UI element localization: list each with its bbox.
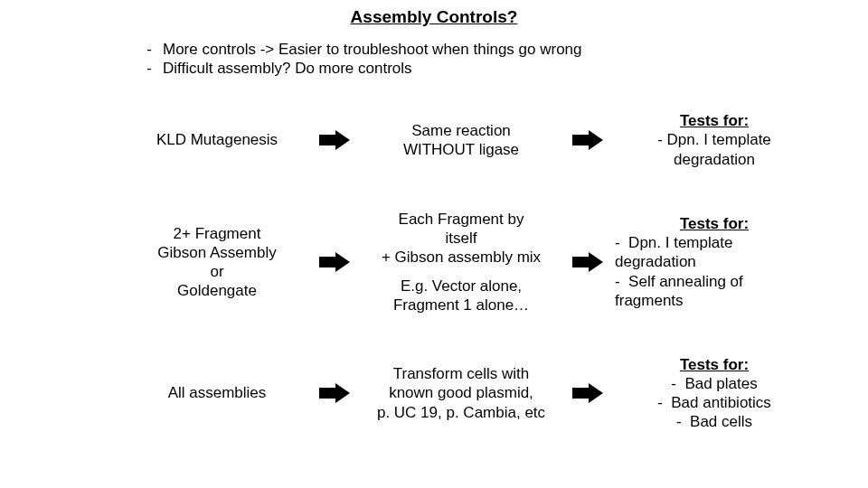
diagram-row: All assemblies Transform cells with know… (127, 334, 814, 452)
text-line: Gibson Assembly (127, 243, 307, 262)
slide-title: Assembly Controls? (0, 7, 868, 27)
svg-marker-2 (319, 252, 350, 272)
text-line: itself (362, 229, 561, 248)
spacer (362, 267, 561, 277)
arrow-right-icon (319, 130, 350, 150)
text-line: degradation (615, 150, 814, 169)
svg-marker-0 (319, 130, 350, 150)
text-line: Each Fragment by (362, 210, 561, 229)
text-line: E.g. Vector alone, (362, 277, 561, 296)
tests-item: - Dpn. I template degradation (615, 233, 814, 272)
arrow-cell (561, 130, 615, 150)
text-line: Fragment 1 alone… (362, 296, 561, 314)
arrow-cell (307, 383, 362, 403)
text-line: or (127, 262, 307, 281)
bullet-dash: - (136, 40, 163, 59)
svg-marker-5 (572, 383, 603, 403)
tests-item: - Bad plates (615, 374, 814, 393)
tests-list: - Dpn. I template degradation - Self ann… (615, 233, 814, 310)
svg-marker-4 (319, 383, 350, 403)
text-line: + Gibson assembly mix (362, 248, 561, 267)
diagram-row: KLD Mutagenesis Same reaction WITHOUT li… (127, 90, 814, 190)
tests-item: - Bad antibiotics (615, 393, 814, 412)
row2-tests: Tests for: - Dpn. I template degradation… (615, 214, 814, 310)
tests-heading: Tests for: (615, 355, 814, 374)
arrow-cell (307, 130, 362, 150)
row1-control: Same reaction WITHOUT ligase (362, 121, 561, 160)
tests-item-text: Self annealing of fragments (615, 273, 743, 309)
bullet-text: Difficult assembly? Do more controls (163, 59, 412, 78)
text-line: 2+ Fragment (127, 224, 307, 243)
arrow-right-icon (572, 252, 603, 272)
bullet-text: More controls -> Easier to troubleshoot … (163, 40, 582, 59)
tests-item: - Self annealing of fragments (615, 272, 814, 311)
row1-source: KLD Mutagenesis (127, 131, 307, 149)
tests-heading: Tests for: (615, 111, 814, 130)
arrow-right-icon (319, 252, 350, 272)
arrow-right-icon (572, 130, 603, 150)
row1-tests: Tests for: - Dpn. I template degradation (615, 111, 814, 169)
text-line: Same reaction (362, 121, 561, 140)
tests-item-text: Bad antibiotics (671, 394, 771, 411)
bullet-item: - More controls -> Easier to troubleshoo… (136, 40, 823, 59)
row3-tests: Tests for: - Bad plates - Bad antibiotic… (615, 355, 814, 432)
tests-item-text: Bad plates (684, 375, 757, 392)
row2-control: Each Fragment by itself + Gibson assembl… (362, 210, 561, 314)
arrow-cell (307, 252, 362, 272)
bullet-item: - Difficult assembly? Do more controls (136, 59, 823, 78)
row3-source: All assemblies (127, 384, 307, 402)
tests-item-text: Dpn. I template degradation (615, 234, 732, 270)
text-line: - Dpn. I template (615, 130, 814, 149)
bullet-dash: - (136, 59, 163, 78)
arrow-right-icon (572, 383, 603, 403)
tests-item-text: Bad cells (690, 413, 752, 430)
row3-control: Transform cells with known good plasmid,… (362, 364, 561, 422)
diagram-row: 2+ Fragment Gibson Assembly or Goldengat… (127, 190, 814, 334)
arrow-cell (561, 252, 615, 272)
tests-item: - Bad cells (615, 412, 814, 431)
text-line: Goldengate (127, 281, 307, 300)
row2-source: 2+ Fragment Gibson Assembly or Goldengat… (127, 224, 307, 301)
diagram-grid: KLD Mutagenesis Same reaction WITHOUT li… (127, 90, 814, 452)
text-line: Transform cells with (362, 364, 561, 383)
tests-heading: Tests for: (615, 214, 814, 233)
text-line: p. UC 19, p. Cambia, etc (362, 403, 561, 422)
arrow-right-icon (319, 383, 350, 403)
slide: Assembly Controls? - More controls -> Ea… (0, 0, 868, 488)
svg-marker-3 (572, 252, 603, 272)
arrow-cell (561, 383, 615, 403)
text-line: WITHOUT ligase (362, 140, 561, 159)
text-line: known good plasmid, (362, 383, 561, 402)
svg-marker-1 (572, 130, 603, 150)
bullet-list: - More controls -> Easier to troubleshoo… (136, 40, 823, 79)
